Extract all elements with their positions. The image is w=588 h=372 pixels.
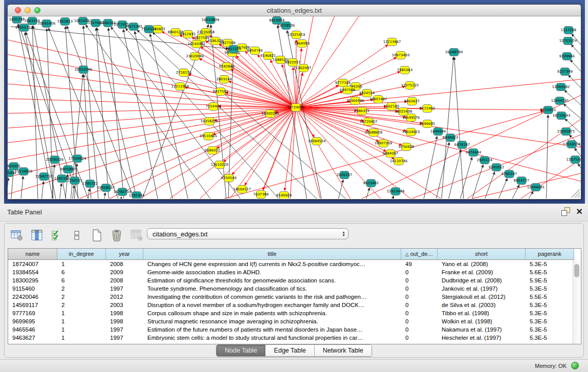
table-cell[interactable]: 0 (401, 276, 438, 285)
table-cell[interactable]: 6 (57, 276, 106, 285)
table-cell[interactable]: 5.3E-5 (526, 334, 574, 342)
graph-node[interactable]: 1955813 (57, 18, 73, 26)
graph-node[interactable]: 9329966 (559, 53, 575, 60)
table-cell[interactable]: 1 (57, 325, 106, 334)
table-cell[interactable]: 6 (57, 268, 106, 276)
table-cell[interactable]: Yano et al. (2008) (438, 260, 526, 268)
table-cell[interactable]: 2008 (106, 260, 143, 268)
graph-node[interactable]: 16033809 (202, 16, 220, 24)
table-cell[interactable]: Dudbridge et al. (2008) (438, 276, 526, 285)
graph-node[interactable]: 10807487 (369, 96, 387, 103)
table-cell[interactable]: Genome-wide association studies in ADHD. (143, 268, 401, 276)
table-cell[interactable]: 9465546 (8, 325, 57, 334)
table-cell[interactable]: Corpus callosum shape and size in male p… (143, 309, 401, 317)
graph-node[interactable]: 9115460 (420, 105, 435, 113)
graph-node[interactable]: 17375125 (401, 82, 419, 90)
tab-node-table[interactable]: Node Table (216, 345, 266, 356)
graph-node[interactable]: 2935114 (477, 157, 492, 164)
graph-node[interactable]: 12213363 (171, 83, 189, 91)
table-cell[interactable]: 18300295 (8, 276, 57, 285)
table-row[interactable]: 911546021997Tourette syndrome. Phenomeno… (8, 285, 581, 293)
table-cell[interactable]: 1 (57, 334, 106, 342)
graph-node[interactable]: 19958167 (97, 184, 115, 192)
table-cell[interactable]: 2 (57, 285, 106, 293)
table-cell[interactable]: 1997 (106, 285, 143, 293)
graph-node[interactable]: 11675338 (567, 156, 581, 164)
graph-node[interactable]: 9463627 (404, 98, 420, 105)
graph-node[interactable]: 10688609 (365, 129, 383, 137)
table-cell[interactable]: 0 (401, 268, 438, 276)
graph-node[interactable]: 1631248 (9, 16, 25, 24)
graph-node[interactable]: 1795722 (82, 180, 98, 188)
table-cell[interactable]: 0 (401, 317, 438, 325)
table-cell[interactable]: 22420046 (8, 293, 57, 301)
graph-node[interactable]: 12444135 (551, 97, 569, 105)
row-height-button[interactable] (70, 229, 84, 242)
table-cell[interactable]: Estimation of the future numbers of pati… (143, 325, 401, 334)
table-cell[interactable]: Tibbo et al. (1998) (438, 309, 526, 317)
table-row[interactable]: 1938455462009Genome-wide association stu… (8, 268, 581, 276)
table-row[interactable]: 1830029562008Estimation of significance … (8, 276, 581, 285)
graph-node[interactable]: 19654923 (402, 128, 420, 136)
column-header-name[interactable]: name (8, 249, 57, 260)
table-cell[interactable]: 2008 (106, 276, 143, 285)
graph-node[interactable]: 8938923 (443, 134, 458, 142)
select-rows-check-button[interactable] (50, 229, 64, 242)
scrollbar-thumb[interactable] (574, 264, 579, 277)
graph-node[interactable]: 20691406 (38, 20, 56, 28)
float-panel-icon[interactable] (561, 207, 570, 216)
graph-node[interactable]: 9474444 (466, 149, 481, 157)
graph-node[interactable]: 12093582 (552, 83, 570, 91)
table-cell[interactable]: 5.3E-5 (526, 301, 574, 309)
table-cell[interactable]: Stergiakouli et al. (2012) (438, 293, 526, 301)
graph-node[interactable]: 9756928 (399, 143, 414, 151)
table-cell[interactable]: 0 (401, 325, 438, 334)
table-cell[interactable]: 0 (401, 334, 438, 342)
table-cell[interactable]: 5.6E-5 (526, 268, 574, 276)
graph-node[interactable]: 12610220 (211, 161, 229, 169)
table-cell[interactable]: Structural magnetic resonance image aver… (143, 317, 401, 325)
graph-node[interactable]: 12923448 (387, 188, 405, 195)
table-cell[interactable]: 1997 (106, 334, 143, 342)
graph-node[interactable]: 1292344 (129, 192, 144, 199)
table-cell[interactable]: 5.5E-5 (526, 293, 574, 301)
graph-node[interactable]: 8613492 (363, 180, 379, 187)
table-cell[interactable]: 0 (401, 309, 438, 317)
table-cell[interactable]: Changes of HCN gene expression and I(f) … (143, 260, 401, 268)
graph-node[interactable]: 7637389 (253, 191, 269, 199)
table-cell[interactable]: 14569117 (8, 301, 57, 309)
delete-table-button[interactable] (129, 229, 144, 242)
graph-node[interactable]: 12213967 (383, 38, 401, 46)
table-cell[interactable]: Franke et al. (2009) (438, 268, 526, 276)
table-cell[interactable]: 49 (401, 260, 438, 268)
table-cell[interactable]: 5.3E-5 (526, 260, 574, 268)
graph-node[interactable]: 15751074 (559, 37, 577, 45)
graph-node[interactable]: 16648784 (445, 49, 463, 56)
table-cell[interactable]: 1 (57, 309, 106, 317)
graph-node[interactable]: 8215955 (540, 106, 556, 114)
column-header-indegree[interactable]: in_degree (57, 249, 106, 260)
graph-node[interactable]: 12325419 (288, 31, 306, 39)
table-cell[interactable]: 1997 (106, 325, 143, 334)
table-cell[interactable]: de Silva et al. (2003) (438, 301, 526, 309)
table-cell[interactable]: 19384554 (8, 268, 57, 276)
graph-node[interactable]: 17359924 (69, 155, 86, 163)
table-row[interactable]: 1456911722003Disruption of a novel membe… (8, 301, 581, 309)
table-cell[interactable]: Estimation of significance thresholds fo… (143, 276, 401, 285)
graph-node[interactable]: 7485063 (397, 67, 412, 74)
graph-node[interactable]: 1117208 (561, 27, 576, 34)
graph-node[interactable]: 14120746 (390, 158, 408, 165)
table-cell[interactable]: 9777169 (8, 309, 57, 317)
graph-node[interactable]: 8140929 (276, 192, 292, 199)
graph-node[interactable]: 2803144 (216, 76, 232, 83)
network-window-titlebar[interactable]: citations_edges.txt (8, 5, 581, 16)
graph-node[interactable]: 21364436 (346, 97, 364, 105)
table-row[interactable]: 946362711997Embryonic stem cells: a mode… (8, 334, 581, 342)
graph-node[interactable]: 8914177 (514, 177, 529, 185)
graph-node[interactable]: 8250549 (221, 174, 236, 182)
table-cell[interactable]: 2012 (106, 293, 143, 301)
close-panel-icon[interactable]: ✕ (576, 207, 583, 216)
table-cell[interactable]: 9115460 (8, 285, 57, 293)
table-row[interactable]: 2242004622012Investigating the contribut… (8, 293, 581, 301)
column-header-short[interactable]: short (438, 249, 526, 260)
